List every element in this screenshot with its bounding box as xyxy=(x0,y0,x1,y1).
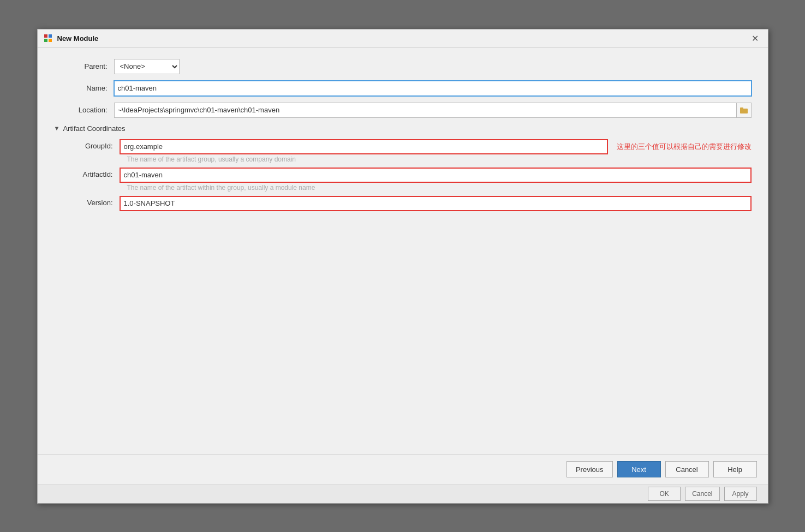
artifact-id-hint: The name of the artifact within the grou… xyxy=(126,184,752,192)
new-module-dialog: New Module ✕ Parent: <None> Name: Locati… xyxy=(37,29,768,504)
title-bar: New Module ✕ xyxy=(38,29,768,48)
location-label: Location: xyxy=(54,106,114,114)
browse-button[interactable] xyxy=(736,103,752,118)
location-input[interactable] xyxy=(114,103,737,118)
version-field-row: Version: xyxy=(65,196,752,211)
dialog-footer: Previous Next Cancel Help xyxy=(38,454,768,485)
svg-rect-1 xyxy=(49,34,52,38)
name-input[interactable] xyxy=(114,81,752,96)
location-row: Location: xyxy=(54,103,752,118)
name-row: Name: xyxy=(54,81,752,96)
annotation-text: 这里的三个值可以根据自己的需要进行修改 xyxy=(617,139,752,152)
svg-rect-2 xyxy=(44,39,47,42)
group-id-input[interactable] xyxy=(120,139,608,154)
group-id-field-row: GroupId: 这里的三个值可以根据自己的需要进行修改 xyxy=(65,139,752,154)
svg-rect-5 xyxy=(740,107,743,109)
module-icon xyxy=(43,33,53,43)
next-button[interactable]: Next xyxy=(617,461,661,477)
name-control xyxy=(114,81,752,96)
bottom-cancel-button[interactable]: Cancel xyxy=(685,487,719,501)
section-toggle[interactable]: ▼ xyxy=(54,125,60,131)
artifact-id-label: ArtifactId: xyxy=(65,168,120,178)
ok-button[interactable]: OK xyxy=(648,487,681,501)
title-bar-text: New Module xyxy=(57,34,748,43)
dialog-content: Parent: <None> Name: Location: xyxy=(38,48,768,454)
cancel-button[interactable]: Cancel xyxy=(665,461,709,477)
artifact-section-header: ▼ Artifact Coordinates xyxy=(54,124,752,133)
apply-button[interactable]: Apply xyxy=(724,487,757,501)
parent-row: Parent: <None> xyxy=(54,59,752,74)
artifact-id-wrapper xyxy=(120,168,752,183)
help-button[interactable]: Help xyxy=(713,461,757,477)
version-label: Version: xyxy=(65,196,120,207)
parent-dropdown[interactable]: <None> xyxy=(114,59,180,74)
group-id-wrapper xyxy=(120,139,608,154)
group-id-hint: The name of the artifact group, usually … xyxy=(126,156,752,163)
location-control xyxy=(114,103,752,118)
group-id-row: GroupId: 这里的三个值可以根据自己的需要进行修改 The name of… xyxy=(65,139,752,163)
svg-rect-0 xyxy=(44,34,47,38)
version-input[interactable] xyxy=(120,196,752,211)
group-id-label: GroupId: xyxy=(65,139,120,150)
bottom-bar: OK Cancel Apply xyxy=(38,485,768,503)
artifact-section: GroupId: 这里的三个值可以根据自己的需要进行修改 The name of… xyxy=(54,139,752,211)
name-label: Name: xyxy=(54,84,114,92)
close-button[interactable]: ✕ xyxy=(748,31,762,45)
parent-label: Parent: xyxy=(54,62,114,70)
previous-button[interactable]: Previous xyxy=(567,461,613,477)
artifact-id-field-row: ArtifactId: xyxy=(65,168,752,183)
section-title: Artifact Coordinates xyxy=(63,124,125,133)
artifact-id-input[interactable] xyxy=(120,168,752,183)
version-wrapper xyxy=(120,196,752,211)
svg-rect-3 xyxy=(49,39,52,42)
parent-control: <None> xyxy=(114,59,752,74)
version-row: Version: xyxy=(65,196,752,211)
svg-rect-4 xyxy=(740,109,748,113)
folder-icon xyxy=(740,107,748,113)
artifact-id-row: ArtifactId: The name of the artifact wit… xyxy=(65,168,752,192)
